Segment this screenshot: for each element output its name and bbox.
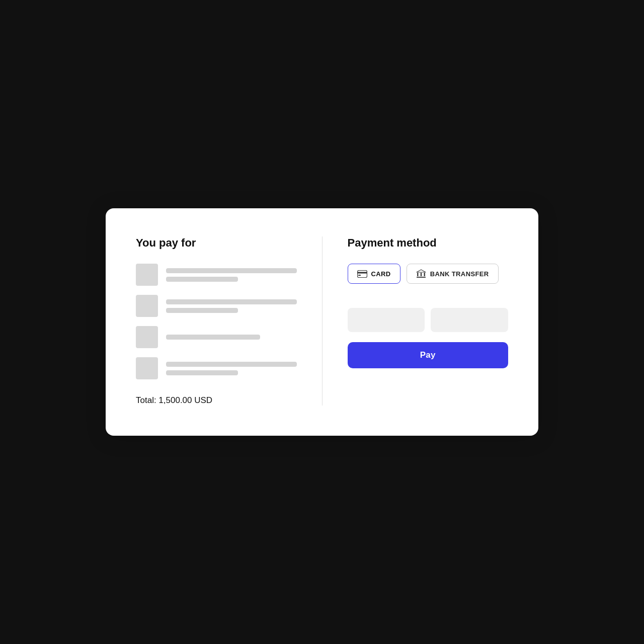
svg-rect-6 <box>424 273 425 276</box>
item-thumbnail <box>136 326 158 348</box>
item-line-long <box>166 268 297 273</box>
svg-rect-7 <box>417 277 426 278</box>
svg-rect-5 <box>420 273 422 276</box>
bank-transfer-method-label: BANK TRANSFER <box>430 270 489 278</box>
item-thumbnail <box>136 264 158 286</box>
card-expiry-field[interactable] <box>348 308 425 332</box>
card-cvv-field[interactable] <box>431 308 508 332</box>
list-item <box>136 264 297 286</box>
list-item <box>136 295 297 317</box>
payment-card: You pay for <box>106 208 538 436</box>
item-lines <box>166 268 297 282</box>
payment-methods: CARD BANK TRANSFER <box>348 264 509 284</box>
svg-rect-4 <box>417 273 419 276</box>
item-lines <box>166 362 297 375</box>
total-label: Total: 1,500.00 USD <box>136 395 297 406</box>
card-form-fields <box>348 296 509 332</box>
bank-transfer-method-button[interactable]: BANK TRANSFER <box>407 264 499 284</box>
bank-icon <box>416 269 426 278</box>
item-line-long <box>166 362 297 367</box>
item-thumbnail <box>136 295 158 317</box>
card-method-button[interactable]: CARD <box>348 264 400 284</box>
you-pay-for-title: You pay for <box>136 236 297 250</box>
card-method-label: CARD <box>371 270 391 278</box>
svg-rect-0 <box>357 270 367 277</box>
left-panel: You pay for <box>136 236 323 406</box>
card-expiry-cvv-row <box>348 308 509 332</box>
item-lines <box>166 335 297 340</box>
payment-method-title: Payment method <box>348 236 509 250</box>
item-lines <box>166 299 297 313</box>
pay-button[interactable]: Pay <box>348 342 509 368</box>
item-line-long <box>166 299 297 304</box>
list-item <box>136 326 297 348</box>
svg-rect-1 <box>357 272 367 273</box>
item-line-short <box>166 370 238 375</box>
item-line-short <box>166 277 238 282</box>
svg-marker-3 <box>417 270 426 272</box>
card-icon <box>357 270 367 278</box>
svg-rect-2 <box>358 275 361 276</box>
item-thumbnail <box>136 357 158 379</box>
right-panel: Payment method CARD <box>323 236 509 406</box>
item-line-short <box>166 308 238 313</box>
list-item <box>136 357 297 379</box>
item-line-long <box>166 335 260 340</box>
item-list <box>136 264 297 379</box>
